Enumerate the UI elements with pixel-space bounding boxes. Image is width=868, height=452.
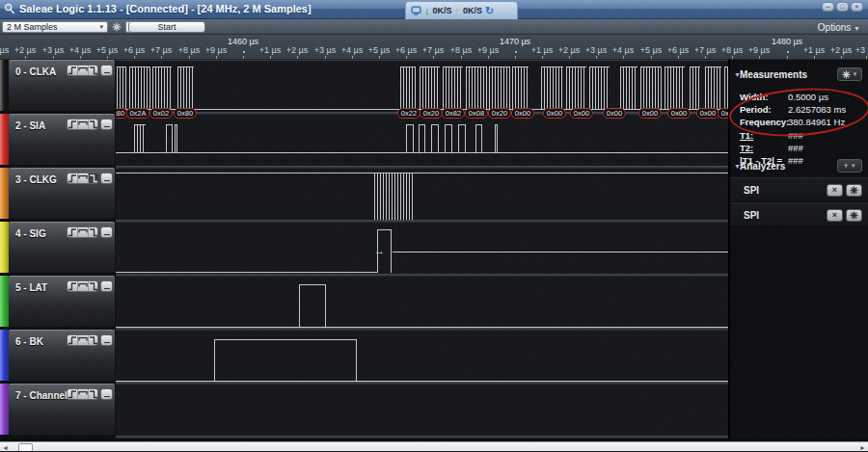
trigger-level-icon[interactable]	[78, 227, 89, 237]
ruler-tick-label: +2 µs	[14, 45, 36, 55]
minimize-channel-button[interactable]	[100, 334, 113, 346]
minimize-channel-button[interactable]	[100, 226, 113, 238]
ruler-tick-label: +2 µs	[558, 45, 580, 55]
minimize-channel-button[interactable]	[100, 119, 113, 130]
decoded-byte-label: 0x00	[667, 108, 691, 119]
channel-label-panel[interactable]: 4 - SIG	[9, 222, 115, 273]
trigger-level-icon[interactable]	[78, 335, 89, 345]
remove-analyzer-button[interactable]: ×	[827, 184, 843, 197]
trigger-falling-edge-icon[interactable]	[89, 227, 98, 237]
channel-label-panel[interactable]: 6 - BK	[9, 330, 115, 381]
trigger-rising-edge-icon[interactable]	[68, 227, 78, 237]
channel-row: 5 - LAT	[0, 276, 116, 330]
minimize-channel-button[interactable]	[100, 173, 113, 184]
ruler-tick-label: +7 µs	[694, 45, 716, 55]
measurements-title: Measurements	[740, 69, 807, 80]
analyzer-row: SPI ×	[730, 202, 868, 227]
maximize-button[interactable]: □	[836, 2, 849, 12]
samples-dropdown[interactable]: 2 M Samples ▾	[2, 21, 108, 33]
channel-label-panel[interactable]: 0 - CLKA	[9, 60, 115, 111]
clock-burst	[420, 66, 440, 110]
plus-icon: +	[843, 161, 848, 171]
measurement-value: ###	[788, 143, 865, 153]
signal-pulse	[175, 124, 177, 153]
channel-label: 5 - LAT	[15, 282, 47, 293]
throughput-tab[interactable]: ↓ 0K/S ↑ 0K/S ↻	[405, 1, 518, 19]
time-ruler[interactable]: +1 µs +2 µs +3 µs +4 µs +5 µs +6 µs +7	[0, 35, 868, 60]
minimize-channel-button[interactable]	[100, 388, 113, 400]
measurement-value: 2.6257083 ms	[788, 104, 865, 115]
ruler-tick: +4 µs	[352, 35, 353, 60]
measurements-settings-button[interactable]: ▼	[837, 67, 862, 81]
measurement-row: Period: 2.6257083 ms	[740, 103, 865, 116]
measurement-label[interactable]: Frequency:	[740, 117, 788, 127]
ruler-tick: 1480 µs	[787, 35, 788, 60]
ruler-tick: +3 µs	[596, 35, 597, 60]
horizontal-scrollbar[interactable]: ◄ ►	[0, 441, 868, 451]
row-divider	[116, 328, 728, 331]
analyzers-list: SPI × SPI ×	[730, 177, 868, 227]
trigger-falling-edge-icon[interactable]	[89, 335, 98, 345]
options-button[interactable]: Options ▼	[818, 22, 860, 33]
channel-color-strip	[0, 276, 9, 327]
analyzer-name: SPI	[744, 210, 759, 221]
ruler-tick: +6 µs	[406, 35, 407, 60]
minimize-button[interactable]: –	[822, 2, 834, 12]
trigger-rising-edge-icon[interactable]	[68, 120, 78, 129]
waveform-ch6-bk	[116, 331, 728, 385]
measurement-label[interactable]: T1:	[740, 130, 788, 141]
start-button[interactable]: Start	[128, 21, 205, 33]
clock-burst	[665, 66, 685, 110]
close-button[interactable]: ×	[851, 2, 863, 12]
ruler-tick: +8 µs	[732, 35, 733, 60]
signal-pulse	[458, 124, 466, 153]
clock-burst	[466, 66, 487, 110]
channel-row: 0 - CLKA	[0, 60, 116, 114]
trigger-rising-edge-icon[interactable]	[68, 389, 78, 399]
trigger-falling-edge-icon[interactable]	[89, 389, 98, 399]
minimize-channel-button[interactable]	[100, 280, 113, 292]
decoded-byte-label: 0x22	[397, 108, 420, 119]
clock-burst	[620, 66, 637, 110]
ruler-tick: +7 µs	[161, 35, 162, 60]
trigger-rising-edge-icon[interactable]	[68, 281, 78, 291]
trigger-level-icon[interactable]	[78, 389, 89, 399]
trigger-rising-edge-icon[interactable]	[68, 335, 78, 345]
signal-pulse	[495, 124, 498, 153]
minimize-channel-button[interactable]	[100, 65, 113, 76]
measurement-label[interactable]: Width:	[740, 92, 788, 102]
trigger-level-icon[interactable]	[78, 281, 89, 291]
ruler-tick: +6 µs	[134, 35, 135, 60]
analyzers-header[interactable]: ▼ Analyzers + ▼	[730, 157, 868, 176]
add-analyzer-button[interactable]: + ▼	[837, 159, 862, 173]
measurement-label[interactable]: Period:	[740, 104, 788, 115]
trigger-buttons	[67, 334, 98, 346]
trigger-falling-edge-icon[interactable]	[89, 120, 98, 129]
remove-analyzer-button[interactable]: ×	[827, 209, 843, 222]
trigger-falling-edge-icon[interactable]	[89, 281, 98, 291]
signal-pulse	[406, 124, 414, 153]
analyzer-settings-button[interactable]	[846, 209, 862, 222]
analyzer-buttons: ×	[827, 184, 862, 197]
channel-label-panel[interactable]: 7 - Channel 7	[9, 384, 115, 435]
trigger-falling-edge-icon[interactable]	[89, 173, 98, 183]
measurements-header[interactable]: ▼ Measurements ▼	[730, 66, 868, 85]
ruler-tick: +3 µs	[866, 35, 867, 60]
analyzer-row: SPI ×	[730, 177, 868, 202]
analyzer-settings-button[interactable]	[846, 184, 862, 197]
trigger-rising-edge-icon[interactable]	[68, 66, 78, 75]
measurement-label[interactable]: T2:	[740, 143, 788, 153]
trigger-level-icon[interactable]	[78, 120, 89, 129]
gear-icon[interactable]	[112, 22, 122, 32]
trigger-level-icon[interactable]	[78, 173, 89, 183]
chevron-down-icon: ▼	[854, 25, 860, 32]
signal-pulse	[431, 124, 439, 153]
trigger-falling-edge-icon[interactable]	[89, 66, 98, 75]
waveform-area[interactable]: 0x80 0x2A 0x02 0x80 0x22 0x20 0x82 0x08 …	[116, 60, 728, 439]
channel-label-panel[interactable]: 2 - SIA	[9, 114, 115, 165]
refresh-icon: ↻	[485, 6, 494, 16]
trigger-level-icon[interactable]	[78, 66, 89, 75]
channel-label-panel[interactable]: 3 - CLKG	[9, 168, 115, 219]
trigger-rising-edge-icon[interactable]	[68, 173, 78, 183]
channel-label-panel[interactable]: 5 - LAT	[9, 276, 115, 327]
